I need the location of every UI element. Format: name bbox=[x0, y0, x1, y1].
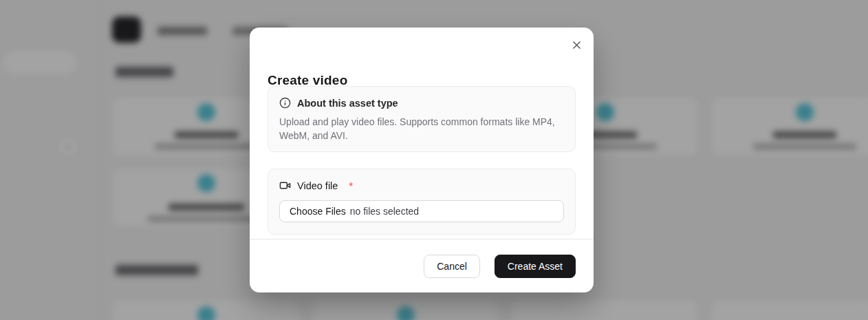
required-marker: * bbox=[349, 180, 352, 191]
about-description: Upload and play video files. Supports co… bbox=[279, 115, 564, 142]
create-asset-button[interactable]: Create Asset bbox=[495, 255, 576, 278]
close-icon bbox=[572, 40, 582, 50]
about-title: About this asset type bbox=[297, 98, 398, 109]
create-video-dialog: Create video About this asset type Uploa… bbox=[250, 28, 594, 292]
about-asset-type-box: About this asset type Upload and play vi… bbox=[268, 86, 576, 152]
file-input-status: no files selected bbox=[350, 206, 419, 217]
dialog-footer: Cancel Create Asset bbox=[250, 239, 594, 292]
video-camera-icon bbox=[279, 180, 291, 191]
close-button[interactable] bbox=[567, 36, 585, 54]
video-file-label: Video file bbox=[297, 180, 338, 191]
video-file-input[interactable]: Choose Files no files selected bbox=[279, 200, 564, 222]
video-file-field: Video file * Choose Files no files selec… bbox=[268, 169, 576, 235]
choose-files-button[interactable]: Choose Files bbox=[290, 206, 346, 217]
cancel-button[interactable]: Cancel bbox=[424, 255, 480, 278]
info-icon bbox=[279, 97, 291, 109]
